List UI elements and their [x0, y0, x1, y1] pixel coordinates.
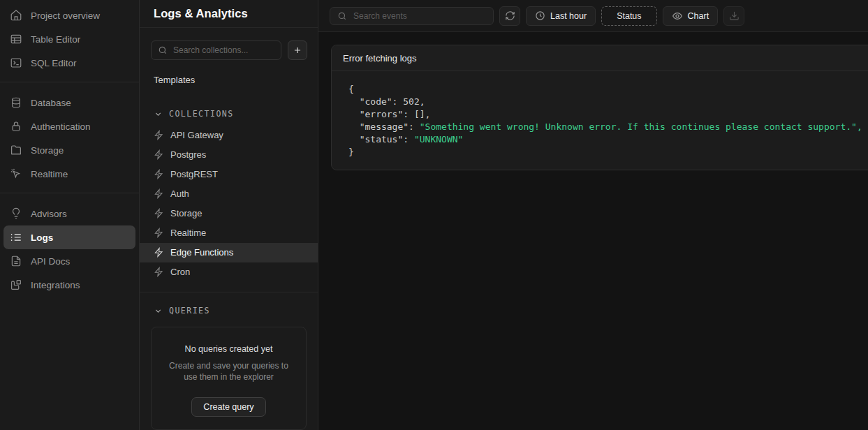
templates-item[interactable]: Templates [140, 71, 318, 89]
error-json-block: { "code": 502, "errors": [], "message": … [332, 71, 868, 170]
collection-item-storage[interactable]: Storage [140, 204, 318, 223]
sidebar-item-storage[interactable]: Storage [0, 138, 139, 162]
code-line: { [348, 83, 856, 96]
search-icon [158, 45, 168, 55]
main-area: Last hour Status Chart Error fetching lo… [318, 0, 868, 430]
sidebar-item-label: Database [31, 98, 71, 108]
logs-panel-header: Logs & Analytics [140, 0, 318, 28]
sidebar: Project overview Table Editor SQL Editor [0, 0, 140, 430]
lightbulb-icon [10, 207, 22, 220]
page-title: Logs & Analytics [154, 7, 248, 20]
collection-item-label: Realtime [170, 228, 206, 238]
time-range-button[interactable]: Last hour [526, 6, 596, 26]
panel-divider [140, 292, 318, 292]
collections-search-input[interactable] [173, 45, 274, 55]
chevron-down-icon [154, 110, 163, 119]
error-panel: Error fetching logs { "code": 502, "erro… [331, 45, 868, 170]
download-icon [729, 10, 740, 21]
sidebar-item-label: API Docs [31, 256, 70, 267]
sidebar-section-bottom: Advisors Logs API Docs Integrations [0, 193, 139, 304]
eye-icon [672, 10, 683, 22]
collection-item-postgres[interactable]: Postgres [140, 145, 318, 165]
sidebar-item-integrations[interactable]: Integrations [0, 273, 139, 297]
sidebar-section-middle: Database Authentication Storage Realtime [0, 82, 139, 193]
chevron-down-icon [154, 306, 163, 316]
sidebar-item-label: Integrations [31, 280, 80, 290]
sidebar-item-advisors[interactable]: Advisors [0, 202, 139, 225]
add-collection-button[interactable] [288, 40, 307, 60]
search-icon [337, 11, 347, 21]
collection-item-label: Cron [170, 267, 190, 277]
folder-icon [10, 144, 22, 156]
create-query-button[interactable]: Create query [191, 397, 265, 417]
plus-icon [293, 45, 302, 55]
app-window: Project overview Table Editor SQL Editor [0, 0, 868, 430]
chart-toggle-label: Chart [688, 11, 709, 21]
database-icon [10, 96, 22, 109]
code-line: "code": 502, [348, 96, 856, 108]
home-icon [10, 9, 22, 22]
collection-item-realtime[interactable]: Realtime [140, 223, 318, 243]
collection-item-api-gateway[interactable]: API Gateway [140, 126, 318, 145]
collections-search-box[interactable] [151, 40, 281, 60]
status-filter-button[interactable]: Status [601, 6, 656, 26]
zap-icon [154, 267, 164, 277]
status-filter-label: Status [617, 11, 641, 21]
download-button[interactable] [723, 6, 744, 26]
queries-empty-state: No queries created yet Create and save y… [151, 327, 307, 430]
sidebar-item-api-docs[interactable]: API Docs [0, 249, 139, 273]
collections-search-row [140, 28, 318, 70]
sidebar-item-sql-editor[interactable]: SQL Editor [0, 51, 139, 75]
code-line: "message": "Something went wrong! Unknow… [348, 121, 856, 133]
sidebar-item-realtime[interactable]: Realtime [0, 162, 139, 186]
queries-header-label: QUERIES [169, 306, 210, 316]
sidebar-item-label: Authentication [31, 121, 91, 132]
collection-item-label: API Gateway [170, 130, 223, 140]
sidebar-item-label: Project overview [31, 10, 100, 21]
terminal-icon [10, 57, 22, 69]
collection-item-label: Storage [170, 208, 203, 218]
error-panel-title: Error fetching logs [332, 45, 868, 71]
sidebar-item-label: Table Editor [31, 34, 80, 45]
lock-icon [10, 120, 22, 133]
sidebar-item-database[interactable]: Database [0, 91, 139, 114]
sidebar-item-label: Storage [31, 145, 64, 156]
sidebar-item-label: Logs [31, 232, 53, 243]
collection-item-edge-functions[interactable]: Edge Functions [140, 243, 318, 262]
refresh-button[interactable] [499, 6, 520, 26]
sidebar-item-label: Advisors [31, 209, 67, 219]
collection-item-label: PostgREST [170, 169, 218, 179]
collections-group-header[interactable]: COLLECTIONS [140, 105, 318, 123]
collections-list: API Gateway Postgres PostgREST Auth Stor… [140, 123, 318, 292]
collections-header-label: COLLECTIONS [169, 109, 234, 119]
zap-icon [154, 169, 164, 179]
sidebar-section-top: Project overview Table Editor SQL Editor [0, 3, 139, 82]
code-line: } [348, 146, 856, 158]
blocks-icon [10, 279, 22, 291]
sidebar-item-authentication[interactable]: Authentication [0, 114, 139, 138]
table-icon [10, 33, 22, 45]
sidebar-item-table-editor[interactable]: Table Editor [0, 27, 139, 51]
cursor-pointer-icon [10, 168, 22, 180]
events-search-input[interactable] [353, 11, 486, 21]
collection-item-auth[interactable]: Auth [140, 184, 318, 204]
zap-icon [154, 149, 164, 160]
queries-empty-description: Create and save your queries to use them… [169, 360, 289, 383]
sidebar-item-logs[interactable]: Logs [3, 225, 135, 249]
sidebar-item-label: Realtime [31, 169, 68, 179]
clock-icon [535, 10, 545, 21]
queries-group-header[interactable]: QUERIES [140, 302, 318, 320]
zap-icon [154, 130, 164, 140]
logs-content: Error fetching logs { "code": 502, "erro… [318, 32, 868, 430]
zap-icon [154, 188, 164, 199]
sidebar-item-project-overview[interactable]: Project overview [0, 3, 139, 27]
events-search-box[interactable] [330, 7, 494, 25]
chart-toggle-button[interactable]: Chart [663, 6, 719, 26]
refresh-icon [505, 10, 515, 21]
sidebar-item-label: SQL Editor [31, 58, 77, 68]
zap-icon [154, 247, 164, 258]
time-range-label: Last hour [550, 11, 587, 21]
collection-item-label: Auth [170, 188, 189, 199]
collection-item-cron[interactable]: Cron [140, 262, 318, 282]
collection-item-postgrest[interactable]: PostgREST [140, 165, 318, 184]
